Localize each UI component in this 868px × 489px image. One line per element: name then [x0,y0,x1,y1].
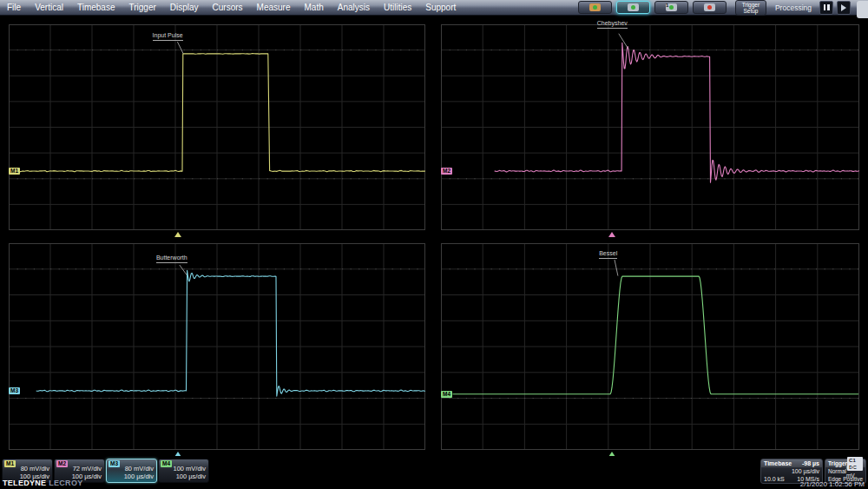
menu-item-display[interactable]: Display [163,0,206,15]
trigger-title: Trigger [828,459,847,467]
channel-vdiv: 80 mV/div [125,465,154,472]
toolbar-right: 1 Trigger Setup Processing [578,0,868,16]
trigger-single-button[interactable]: 1 [654,1,688,14]
single-digit-label: 1 [666,2,668,9]
trigger-single-icon: 1 [666,3,677,11]
menu-item-cursors[interactable]: Cursors [206,0,250,15]
brand-lecroy: LECROY [49,479,82,487]
status-dot-icon [631,5,635,10]
trigger-setup-line2: Setup [736,8,766,14]
menu-bar: FileVerticalTimebaseTriggerDisplayCursor… [0,0,868,16]
pause-icon [824,4,830,10]
grid-panel-bessel: BesselM4 [441,243,859,450]
menu-bar-items: FileVerticalTimebaseTriggerDisplayCursor… [0,0,463,15]
menu-item-support[interactable]: Support [418,0,463,15]
menu-item-file[interactable]: File [0,0,28,15]
trigger-setup-button[interactable]: Trigger Setup [735,0,766,16]
waveform-plot-butterworth [9,243,425,450]
processing-label: Processing [775,3,812,12]
status-dot-icon [669,5,674,10]
grid-panel-butterworth: ButterworthM3 [9,243,425,450]
channel-marker-m2[interactable]: M2 [441,168,452,175]
trigger-normal-button[interactable] [616,1,650,14]
trace-label-butterworth[interactable]: Butterworth [156,254,187,263]
trigger-mode-buttons: 1 [578,1,727,14]
trigger-setup-line1: Trigger [736,2,766,8]
channel-descriptor-m3[interactable]: M380 mV/div100 µs/div [106,459,157,483]
trigger-position-marker-m2[interactable] [608,232,615,237]
trigger-stop-button[interactable] [693,1,727,14]
grid-panel-chebyshev: ChebyshevM2 [441,24,859,230]
trigger-normal-icon [628,3,639,11]
menu-item-timebase[interactable]: Timebase [70,0,122,15]
brand-logo: TELEDYNE LECROY [3,479,83,487]
timebase-offset: -98 µs [802,459,819,467]
play-icon [841,4,846,11]
trigger-auto-button[interactable] [578,1,612,14]
menu-item-math[interactable]: Math [298,0,331,15]
channel-tab-m2: M2 [56,460,68,467]
waveform-plot-bessel [441,243,859,450]
oscilloscope-screen: { "menu_bar": { "items": ["File","Vertic… [0,0,868,489]
menu-item-vertical[interactable]: Vertical [28,0,70,15]
menu-item-analysis[interactable]: Analysis [331,0,377,15]
channel-marker-m3[interactable]: M3 [9,387,20,394]
channel-vdiv: 80 mV/div [21,465,49,472]
trigger-position-marker-m1[interactable] [174,232,181,237]
trigger-stop-icon [704,3,715,11]
menu-item-utilities[interactable]: Utilities [377,0,418,15]
trace-label-chebyshev[interactable]: Chebyshev [597,20,628,29]
trace-label-input-pulse[interactable]: Input Pulse [153,32,183,41]
channel-tab-m3: M3 [108,460,120,467]
trace-label-bessel[interactable]: Bessel [599,250,617,259]
brand-teledyne: TELEDYNE [3,479,46,487]
timebase-samples: 10.0 kS [764,475,785,483]
channel-vdiv: 72 mV/div [73,465,102,472]
status-dot-icon [707,5,712,10]
menu-item-measure[interactable]: Measure [250,0,298,15]
channel-tdiv: 100 µs/div [176,472,206,480]
waveform-plot-chebyshev [441,24,859,230]
footer-bar: M180 mV/div100 µs/divM272 mV/div100 µs/d… [0,456,868,489]
channel-tab-m1: M1 [4,460,16,467]
datetime-label: 2/1/2020 1:02:56 PM [800,480,865,488]
channel-vdiv: 100 mV/div [173,465,206,472]
channel-tdiv: 100 µs/div [124,472,154,480]
channel-marker-m1[interactable]: M1 [9,168,20,175]
timebase-scale: 100 µs/div [792,467,819,475]
play-button[interactable] [837,1,851,15]
pause-button[interactable] [819,1,833,15]
menu-item-trigger[interactable]: Trigger [122,0,162,15]
display-area: Input PulseM1ChebyshevM2ButterworthM3Bes… [0,0,868,489]
side-panel-edge [857,1,868,18]
channel-tab-m4: M4 [161,460,172,467]
trigger-auto-icon [589,3,601,11]
channel-descriptor-m4[interactable]: M4100 mV/div100 µs/div [158,459,209,483]
status-dot-icon [593,5,597,10]
trigger-mode: Normal [828,467,846,475]
channel-marker-m4[interactable]: M4 [441,391,452,398]
grid-panel-input-pulse: Input PulseM1 [9,24,425,230]
waveform-plot-input-pulse [9,24,425,230]
timebase-title: Timebase [764,459,792,467]
